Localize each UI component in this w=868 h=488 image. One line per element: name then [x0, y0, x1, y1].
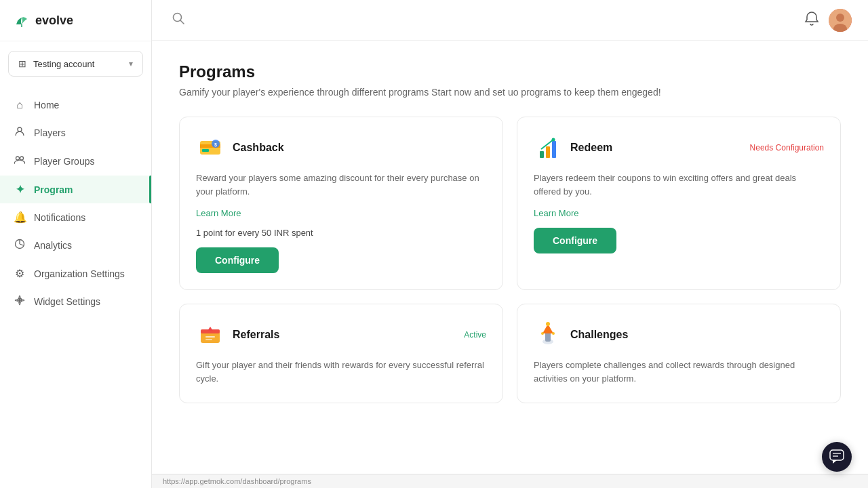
- card-title: Redeem: [570, 142, 742, 154]
- svg-rect-23: [205, 336, 215, 338]
- program-card-referrals: Referrals Active Gift your player and th…: [179, 304, 503, 403]
- sidebar-item-player-groups[interactable]: Player Groups: [0, 147, 151, 176]
- analytics-icon: [14, 239, 26, 252]
- avatar[interactable]: [829, 9, 852, 32]
- program-card-redeem: Redeem Needs Configuration Players redee…: [517, 117, 841, 290]
- svg-point-9: [836, 14, 844, 22]
- svg-marker-22: [208, 327, 213, 331]
- svg-rect-18: [552, 141, 556, 158]
- referrals-icon: [196, 321, 224, 349]
- svg-text:$: $: [214, 142, 217, 148]
- program-card-cashback: $ Cashback Reward your players some amaz…: [179, 117, 503, 290]
- logo-icon: [14, 12, 30, 28]
- account-icon: ⊞: [18, 58, 26, 69]
- svg-rect-24: [205, 339, 212, 340]
- card-header: Challenges: [534, 321, 824, 349]
- avatar-image: [829, 9, 852, 32]
- svg-point-30: [552, 332, 555, 335]
- points-info: 1 point for every 50 INR spent: [196, 228, 486, 238]
- svg-point-28: [546, 322, 550, 326]
- svg-point-1: [18, 127, 22, 131]
- card-header: Referrals Active: [196, 321, 486, 349]
- svg-rect-31: [830, 450, 844, 460]
- card-description: Reward your players some amazing discoun…: [196, 171, 486, 199]
- svg-rect-13: [202, 149, 209, 152]
- sidebar: evolve ⊞ Testing account ▾ ⌂ Home Player…: [0, 0, 152, 488]
- search-button[interactable]: [168, 8, 189, 32]
- chat-widget-button[interactable]: [822, 442, 852, 472]
- svg-point-29: [541, 332, 544, 335]
- svg-point-2: [16, 157, 20, 160]
- sidebar-item-label: Analytics: [34, 240, 72, 251]
- svg-rect-16: [540, 151, 544, 158]
- account-name: Testing account: [33, 59, 122, 69]
- sidebar-item-label: Widget Settings: [34, 296, 100, 307]
- sidebar-item-home[interactable]: ⌂ Home: [0, 92, 151, 119]
- home-icon: ⌂: [14, 99, 26, 111]
- main-content: Programs Gamify your player's experience…: [152, 0, 868, 488]
- card-description: Players complete challenges and collect …: [534, 359, 824, 386]
- topbar: [152, 0, 868, 41]
- sidebar-item-label: Players: [34, 127, 66, 138]
- challenges-icon: [534, 321, 562, 349]
- configure-button[interactable]: Configure: [534, 228, 616, 253]
- status-bar: https://app.getmok.com/dashboard/program…: [152, 474, 868, 488]
- logo-text: evolve: [35, 14, 73, 28]
- card-header: $ Cashback: [196, 134, 486, 162]
- person-icon: [14, 126, 26, 140]
- program-card-challenges: Challenges Players complete challenges a…: [517, 304, 841, 403]
- settings-icon: ⚙: [14, 267, 26, 280]
- sidebar-item-analytics[interactable]: Analytics: [0, 231, 151, 260]
- sidebar-item-label: Player Groups: [34, 156, 94, 167]
- content-area: Programs Gamify your player's experience…: [152, 41, 868, 474]
- programs-grid: $ Cashback Reward your players some amaz…: [179, 117, 841, 403]
- sidebar-item-org-settings[interactable]: ⚙ Organization Settings: [0, 260, 151, 287]
- group-icon: [14, 155, 26, 168]
- notification-bell-button[interactable]: [804, 11, 819, 29]
- sidebar-item-label: Home: [34, 100, 59, 110]
- account-selector[interactable]: ⊞ Testing account ▾: [8, 51, 143, 77]
- logo: evolve: [0, 0, 151, 41]
- configure-button[interactable]: Configure: [196, 247, 279, 273]
- sidebar-item-label: Notifications: [34, 212, 85, 223]
- sidebar-item-label: Program: [34, 184, 73, 195]
- page-subtitle: Gamify your player's experience through …: [179, 87, 841, 98]
- sidebar-nav: ⌂ Home Players: [0, 86, 151, 488]
- svg-point-19: [552, 138, 555, 142]
- sidebar-item-widget-settings[interactable]: Widget Settings: [0, 287, 151, 316]
- learn-more-link[interactable]: Learn More: [196, 208, 486, 218]
- program-icon: ✦: [14, 183, 26, 196]
- card-description: Players redeem their coupons to win exci…: [534, 171, 824, 199]
- widget-icon: [14, 295, 26, 308]
- sidebar-item-players[interactable]: Players: [0, 119, 151, 147]
- svg-point-3: [20, 157, 24, 160]
- sidebar-item-notifications[interactable]: 🔔 Notifications: [0, 203, 151, 231]
- sidebar-item-label: Organization Settings: [34, 268, 125, 279]
- card-title: Cashback: [233, 142, 486, 154]
- svg-line-7: [180, 20, 184, 24]
- cashback-icon: $: [196, 134, 224, 162]
- page-title: Programs: [179, 62, 841, 81]
- svg-rect-17: [546, 146, 550, 158]
- card-description: Gift your player and their friends with …: [196, 359, 486, 386]
- card-header: Redeem Needs Configuration: [534, 134, 824, 162]
- active-badge: Active: [464, 330, 486, 340]
- card-title: Referrals: [233, 329, 456, 341]
- topbar-right: [804, 9, 852, 32]
- chevron-down-icon: ▾: [129, 59, 133, 68]
- status-url: https://app.getmok.com/dashboard/program…: [163, 477, 311, 485]
- card-title: Challenges: [570, 329, 824, 341]
- redeem-icon: [534, 134, 562, 162]
- learn-more-link[interactable]: Learn More: [534, 208, 824, 218]
- sidebar-item-program[interactable]: ✦ Program: [0, 176, 151, 203]
- bell-icon: 🔔: [14, 211, 26, 224]
- needs-config-badge: Needs Configuration: [750, 143, 824, 152]
